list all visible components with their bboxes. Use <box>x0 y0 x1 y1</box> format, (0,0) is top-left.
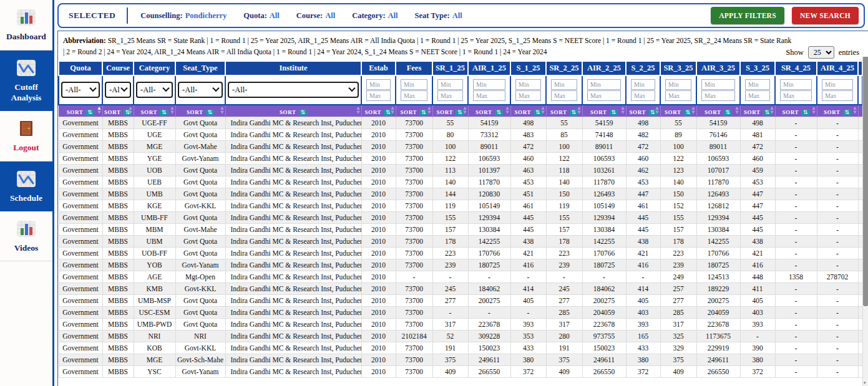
sort-arrow-icons: ▲▼ <box>221 106 224 115</box>
cell-quota: Government <box>59 152 102 164</box>
cell-estab: 2010 <box>361 354 396 365</box>
sort-button-estab[interactable]: SORT⇅▲▼ <box>361 105 396 117</box>
sort-button-air_2_25[interactable]: SORT⇅▲▼ <box>582 105 626 117</box>
cell-quota: Government <box>59 200 102 211</box>
cell-s_3_25: 372 <box>740 365 775 377</box>
new-search-button[interactable]: NEW SEARCH <box>792 7 859 24</box>
cell-air_2_25: 129394 <box>582 211 626 223</box>
cell-s_3_25: 393 <box>740 318 775 330</box>
sort-button-s_1_25[interactable]: SORT⇅▲▼ <box>510 105 546 117</box>
sr_1_25-max-input[interactable] <box>437 90 463 101</box>
sr_3_25-max-input[interactable] <box>665 90 691 101</box>
cell-sr_3_25: 317 <box>660 318 696 330</box>
cell-air_2_25: 223678 <box>582 318 626 330</box>
sr_4_25-max-input[interactable] <box>780 90 812 101</box>
cell-seat_type: Govt-Yanam <box>175 152 225 164</box>
apply-filters-button[interactable]: APPLY FILTERS <box>711 7 784 24</box>
cell-institute: Indira Gandhi MC & Research Inst, Puduch… <box>225 330 361 342</box>
cell-air_4_25: - <box>817 306 858 318</box>
cell-course: MBBS <box>102 247 134 259</box>
cell-seat_type: Govt Quota <box>175 211 225 223</box>
show-label: Show <box>786 48 803 57</box>
cell-fees: 73700 <box>396 294 432 306</box>
cell-sr_1_25: 144 <box>432 188 468 200</box>
course-filter-select[interactable]: -All- <box>105 82 131 98</box>
sr_1_25-min-input[interactable] <box>437 79 463 90</box>
filter-summary-seat-type: Seat Type:All <box>415 11 462 21</box>
sidebar-item-logout[interactable]: Logout <box>0 111 52 162</box>
sort-button-seat_type[interactable]: SORT⇅▲▼ <box>175 105 225 117</box>
cell-course: MBBS <box>102 128 134 140</box>
sort-button-quota[interactable]: SORT⇅▲▼ <box>59 105 102 117</box>
sort-button-category[interactable]: SORT⇅▲▼ <box>134 105 175 117</box>
quota-filter-select[interactable]: -All- <box>61 82 100 98</box>
filter-cell-quota: -All- <box>59 75 102 105</box>
sidebar-item-videos[interactable]: Videos <box>0 211 52 262</box>
cell-sr_2_25: 155 <box>546 211 582 223</box>
air_4_25-min-input[interactable] <box>822 79 853 90</box>
air_2_25-min-input[interactable] <box>587 79 621 90</box>
cell-institute: Indira Gandhi MC & Research Inst, Puduch… <box>225 354 361 365</box>
sr_2_25-max-input[interactable] <box>551 90 577 101</box>
s_2_25-min-input[interactable] <box>631 79 655 90</box>
s_1_25-max-input[interactable] <box>515 90 541 101</box>
sort-label: SORT <box>104 109 121 115</box>
air_4_25-max-input[interactable] <box>822 90 853 101</box>
cell-category: KGE <box>134 200 175 211</box>
air_2_25-max-input[interactable] <box>587 90 621 101</box>
cell-seat_type: Govt Quota <box>175 247 225 259</box>
estab-min-input[interactable] <box>366 79 391 90</box>
cell-air_4_25: - <box>817 188 858 200</box>
cell-air_3_25: 107017 <box>696 164 740 176</box>
sort-label: SORT <box>436 109 453 115</box>
sr_3_25-min-input[interactable] <box>665 79 691 90</box>
fees-max-input[interactable] <box>401 90 427 101</box>
s_1_25-min-input[interactable] <box>515 79 541 90</box>
sort-button-sr_4_25[interactable]: SORT⇅▲▼ <box>775 105 817 117</box>
cell-sr_3_25: 375 <box>660 354 696 365</box>
cell-seat_type: Mgt-Open <box>175 271 225 282</box>
cell-s_1_25: 461 <box>510 200 546 211</box>
air_1_25-max-input[interactable] <box>473 90 505 101</box>
vertical-scrollbar[interactable]: ▾ <box>862 57 868 386</box>
category-filter-select[interactable]: -All- <box>136 82 173 98</box>
cell-institute: Indira Gandhi MC & Research Inst, Puduch… <box>225 140 361 152</box>
page-size-select[interactable]: 25 <box>808 46 834 59</box>
sidebar-item-dashboard[interactable]: Dashboard <box>0 0 52 51</box>
air_3_25-min-input[interactable] <box>701 79 735 90</box>
sort-button-air_4_25[interactable]: SORT⇅▲▼ <box>817 105 858 117</box>
sr_4_25-min-input[interactable] <box>780 79 812 90</box>
sidebar-item-schedule[interactable]: Schedule <box>0 162 52 211</box>
s_3_25-max-input[interactable] <box>745 90 770 101</box>
institute-filter-select[interactable]: -All- <box>228 82 359 98</box>
cell-institute: Indira Gandhi MC & Research Inst, Puduch… <box>225 188 361 200</box>
s_3_25-min-input[interactable] <box>745 79 770 90</box>
sidebar-item-cutoff-analysis[interactable]: Cutoff Analysis <box>0 51 52 111</box>
cell-course: MBBS <box>102 318 134 330</box>
cell-s_2_25: 405 <box>626 294 660 306</box>
cell-category: KOB <box>134 342 175 354</box>
estab-max-input[interactable] <box>366 90 391 101</box>
sort-button-air_3_25[interactable]: SORT⇅▲▼ <box>696 105 740 117</box>
sort-button-sr_1_25[interactable]: SORT⇅▲▼ <box>432 105 468 117</box>
cell-course: MBBS <box>102 354 134 365</box>
sort-button-air_1_25[interactable]: SORT⇅▲▼ <box>468 105 510 117</box>
sort-button-sr_3_25[interactable]: SORT⇅▲▼ <box>660 105 696 117</box>
sr_2_25-min-input[interactable] <box>551 79 577 90</box>
air_1_25-min-input[interactable] <box>473 79 505 90</box>
cell-sliver <box>858 259 862 271</box>
sort-button-sr_2_25[interactable]: SORT⇅▲▼ <box>546 105 582 117</box>
sort-button-s_2_25[interactable]: SORT⇅▲▼ <box>626 105 660 117</box>
sort-button-fees[interactable]: SORT⇅▲▼ <box>396 105 432 117</box>
sort-button-course[interactable]: SORT⇅▲▼ <box>102 105 134 117</box>
fees-min-input[interactable] <box>401 79 427 90</box>
sort-button-s_3_25[interactable]: SORT⇅▲▼ <box>740 105 775 117</box>
cell-sliver <box>858 164 862 176</box>
scroll-down-arrow[interactable]: ▾ <box>864 380 866 385</box>
cell-category: UOB-FF <box>134 247 175 259</box>
s_2_25-max-input[interactable] <box>631 90 655 101</box>
sort-button-institute[interactable]: SORT⇅▲▼ <box>225 105 361 117</box>
air_3_25-max-input[interactable] <box>701 90 735 101</box>
seat_type-filter-select[interactable]: -All- <box>178 82 223 98</box>
scrollbar-thumb[interactable] <box>863 57 868 306</box>
